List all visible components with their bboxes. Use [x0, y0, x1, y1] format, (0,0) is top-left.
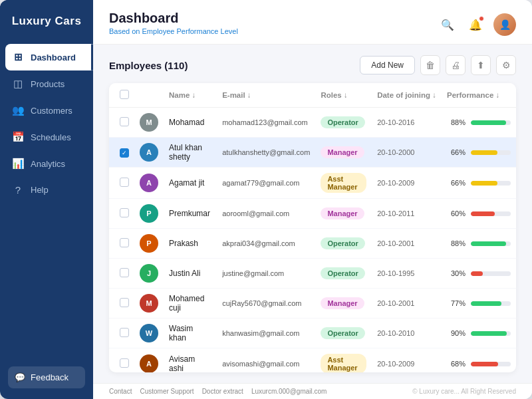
row-email-7: khanwasim@gmail.com [217, 319, 315, 348]
row-perf-7: 90% [442, 319, 516, 348]
row-role-1: Manager [315, 138, 372, 168]
row-name-2: Agamat jit [164, 168, 217, 199]
row-perf-8: 68% [442, 348, 516, 373]
row-perf-2: 66% [442, 168, 516, 199]
row-date-7: 20-10-2010 [372, 319, 442, 348]
sidebar-label-schedules: Schedules [31, 132, 71, 142]
settings-button[interactable]: ⚙ [496, 55, 516, 75]
col-checkbox [109, 83, 134, 108]
footer-doctor[interactable]: Doctor extract [202, 388, 243, 395]
content-toolbar: Employees (110) Add New 🗑 🖨 ⬆ ⚙ [109, 55, 516, 75]
row-avatar-7: W [134, 319, 164, 348]
col-name[interactable]: Name ↓ [164, 83, 217, 108]
row-avatar-2: A [134, 168, 164, 199]
print-button[interactable]: 🖨 [446, 55, 466, 75]
employee-table: Name ↓ E-mail ↓ Roles ↓ Date of joining … [109, 83, 516, 372]
row-name-8: Avisam ashi [164, 348, 217, 373]
avatar-7: W [140, 324, 158, 342]
table-row[interactable]: J Justin Ali justine@gmail.com Operator … [109, 259, 516, 289]
feedback-button[interactable]: 💬 Feedback [8, 366, 85, 388]
row-date-2: 20-10-2009 [372, 168, 442, 199]
row-avatar-5: J [134, 259, 164, 289]
checkbox-0[interactable] [120, 117, 129, 126]
checkbox-1[interactable]: ✓ [120, 148, 129, 158]
sidebar-label-products: Products [31, 79, 65, 89]
sidebar-item-help[interactable]: ? Help [0, 177, 93, 203]
table-header-row: Name ↓ E-mail ↓ Roles ↓ Date of joining … [109, 83, 516, 108]
row-email-0: mohamad123@gmail.com [217, 108, 315, 138]
col-performance[interactable]: Performance ↓ [442, 83, 516, 108]
sidebar-item-products[interactable]: ◫ Products [0, 70, 93, 97]
row-name-5: Justin Ali [164, 259, 217, 289]
row-date-3: 20-10-2011 [372, 199, 442, 229]
row-checkbox-0 [109, 108, 134, 138]
sidebar-item-customers[interactable]: 👥 Customers [0, 97, 93, 124]
col-date[interactable]: Date of joining ↓ [372, 83, 442, 108]
checkbox-8[interactable] [120, 358, 129, 368]
delete-button[interactable]: 🗑 [420, 55, 440, 75]
add-new-button[interactable]: Add New [360, 56, 415, 74]
col-roles[interactable]: Roles ↓ [315, 83, 372, 108]
share-button[interactable]: ⬆ [471, 55, 491, 75]
row-name-1: Atul khan shetty [164, 138, 217, 168]
footer-contact[interactable]: Contact [109, 388, 132, 395]
row-date-8: 20-10-2009 [372, 348, 442, 373]
app-window: Luxury Cars ⊞ Dashboard ◫ Products 👥 Cus… [0, 0, 532, 399]
row-checkbox-7 [109, 319, 134, 348]
avatar-0: M [140, 113, 158, 132]
row-avatar-0: M [134, 108, 164, 138]
footer: Contact Customer Support Doctor extract … [93, 383, 532, 399]
row-email-1: atulkhanshetty@gmail.com [217, 138, 315, 168]
checkbox-4[interactable] [120, 238, 129, 247]
row-role-5: Operator [315, 259, 372, 289]
row-avatar-4: P [134, 229, 164, 259]
sidebar-label-analytics: Analytics [31, 159, 65, 169]
feedback-icon: 💬 [15, 372, 25, 382]
row-avatar-6: M [134, 289, 164, 319]
row-perf-4: 88% [442, 229, 516, 259]
footer-email[interactable]: Luxurcm.000@gmail.com [251, 388, 327, 395]
table-row[interactable]: M Mohamed cuji cujRay5670@gmail.com Mana… [109, 289, 516, 319]
table-row[interactable]: M Mohamad mohamad123@gmail.com Operator … [109, 108, 516, 138]
row-email-8: avisomashi@gmail.com [217, 348, 315, 373]
row-name-7: Wasim khan [164, 319, 217, 348]
checkbox-2[interactable] [120, 178, 129, 187]
user-avatar[interactable]: 👤 [493, 13, 516, 36]
table-row[interactable]: P Premkumar aorooml@gmail.com Manager 20… [109, 199, 516, 229]
checkbox-7[interactable] [120, 328, 129, 337]
sidebar-item-schedules[interactable]: 📅 Schedules [0, 124, 93, 150]
select-all-checkbox[interactable] [120, 90, 129, 99]
row-role-4: Operator [315, 229, 372, 259]
table-row[interactable]: W Wasim khan khanwasim@gmail.com Operato… [109, 319, 516, 348]
help-icon: ? [12, 184, 24, 196]
col-email[interactable]: E-mail ↓ [217, 83, 315, 108]
table-row[interactable]: A Agamat jit agamat779@gmail.com Asst Ma… [109, 168, 516, 199]
row-email-4: akprai034@gmail.com [217, 229, 315, 259]
row-perf-5: 30% [442, 259, 516, 289]
sidebar-label-dashboard: Dashboard [31, 53, 76, 63]
table-row[interactable]: ✓ A Atul khan shetty atulkhanshetty@gmai… [109, 138, 516, 168]
sidebar-item-dashboard[interactable]: ⊞ Dashboard [5, 44, 93, 70]
avatar-8: A [140, 354, 158, 372]
notification-button[interactable]: 🔔 [466, 15, 485, 35]
row-avatar-1: A [134, 138, 164, 168]
search-button[interactable]: 🔍 [438, 15, 458, 35]
sidebar-item-analytics[interactable]: 📊 Analytics [0, 150, 93, 177]
row-checkbox-8 [109, 348, 134, 373]
header-left: Dashboard Based on Employee Performance … [109, 11, 238, 35]
checkbox-6[interactable] [120, 298, 129, 307]
row-checkbox-2 [109, 168, 134, 199]
footer-support[interactable]: Customer Support [140, 388, 194, 395]
row-role-7: Operator [315, 319, 372, 348]
app-logo: Luxury Cars [0, 0, 93, 40]
checkbox-3[interactable] [120, 208, 129, 217]
header: Dashboard Based on Employee Performance … [93, 0, 532, 45]
dashboard-icon: ⊞ [12, 51, 24, 63]
row-role-8: Asst Manager [315, 348, 372, 373]
table-row[interactable]: P Prakash akprai034@gmail.com Operator 2… [109, 229, 516, 259]
row-date-4: 20-10-2001 [372, 229, 442, 259]
checkbox-5[interactable] [120, 268, 129, 277]
row-checkbox-6 [109, 289, 134, 319]
col-avatar [134, 83, 164, 108]
table-row[interactable]: A Avisam ashi avisomashi@gmail.com Asst … [109, 348, 516, 373]
